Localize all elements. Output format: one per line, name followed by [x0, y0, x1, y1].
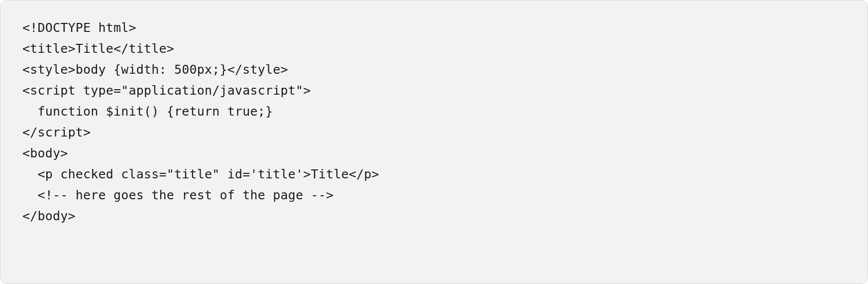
- code-block: <!DOCTYPE html> <title>Title</title> <st…: [0, 0, 868, 284]
- code-content: <!DOCTYPE html> <title>Title</title> <st…: [22, 17, 846, 227]
